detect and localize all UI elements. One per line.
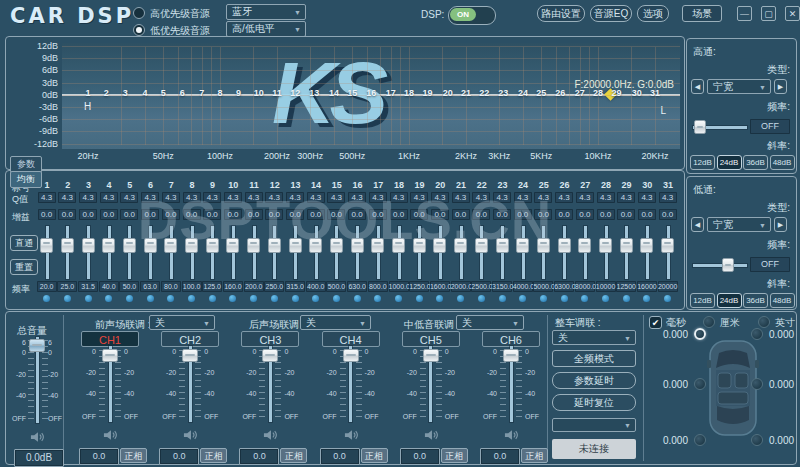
channel-phase-button[interactable]: 正相 [120, 448, 147, 463]
highpass-freq-slider-handle[interactable] [694, 120, 706, 134]
band-fader-handle[interactable] [433, 238, 446, 253]
group-link-select[interactable]: 关▼ [300, 315, 371, 330]
channel-phase-button[interactable]: 正相 [521, 448, 548, 463]
vehicle-link-select[interactable]: 关▼ [552, 330, 636, 345]
band-gain-value[interactable]: 0.0 [307, 209, 325, 220]
band-gain-value[interactable]: 0.0 [203, 209, 221, 220]
band-gain-value[interactable]: 0.0 [58, 209, 76, 220]
band-gain-value[interactable]: 0.0 [327, 209, 345, 220]
eq-band-point[interactable]: 11 [268, 88, 286, 98]
band-fader-handle[interactable] [123, 238, 136, 253]
lowpass-type-select[interactable]: 宁宽▼ [707, 217, 771, 232]
eq-curve-plot[interactable]: KS F:20000.0Hz. G:0.0dB H L 123456789101… [62, 43, 680, 149]
eq-band-point[interactable]: 16 [362, 88, 380, 98]
band-fader-handle[interactable] [558, 238, 571, 253]
band-q-value[interactable]: 4.3 [659, 192, 677, 203]
channel-select-ch5[interactable]: CH5 [402, 331, 460, 347]
eq-band-point[interactable]: 10 [250, 88, 268, 98]
high-source-radio[interactable] [133, 7, 145, 19]
mute-speaker-icon[interactable] [344, 427, 359, 439]
lowpass-freq-slider-handle[interactable] [722, 258, 734, 272]
master-fader-handle[interactable] [29, 339, 45, 352]
channel-select-ch1[interactable]: CH1 [81, 331, 139, 347]
band-fader-handle[interactable] [164, 238, 177, 253]
band-fader-handle[interactable] [413, 238, 426, 253]
channel-delay-value[interactable]: 0.0 [79, 448, 119, 465]
band-gain-value[interactable]: 0.0 [576, 209, 594, 220]
eq-band-point[interactable]: 28 [589, 88, 607, 98]
mute-speaker-icon[interactable] [183, 427, 198, 439]
channel-fader-handle[interactable] [102, 349, 118, 362]
mute-speaker-icon[interactable] [263, 427, 278, 439]
band-gain-value[interactable]: 0.0 [514, 209, 532, 220]
eq-band-point[interactable]: 30 [628, 88, 646, 98]
eq-band-point[interactable]: 24 [514, 88, 532, 98]
eq-band-point[interactable]: 29 [607, 88, 625, 98]
band-q-value[interactable]: 4.3 [224, 192, 242, 203]
channel-select-ch4[interactable]: CH4 [322, 331, 380, 347]
band-fader-handle[interactable] [371, 238, 384, 253]
highpass-slope-48dB-button[interactable]: 48dB [770, 155, 795, 170]
band-gain-value[interactable]: 0.0 [141, 209, 159, 220]
band-gain-value[interactable]: 0.0 [534, 209, 552, 220]
band-fader-handle[interactable] [392, 238, 405, 253]
routing-settings-button[interactable]: 路由设置 [537, 5, 585, 22]
eq-band-point[interactable]: 21 [457, 88, 475, 98]
channel-delay-value[interactable]: 0.0 [400, 448, 440, 465]
band-gain-value[interactable]: 0.0 [555, 209, 573, 220]
band-q-value[interactable]: 4.3 [493, 192, 511, 203]
band-q-value[interactable]: 4.3 [141, 192, 159, 203]
bypass-button[interactable]: 直通 [10, 235, 38, 251]
band-q-value[interactable]: 4.3 [555, 192, 573, 203]
band-q-value[interactable]: 4.3 [183, 192, 201, 203]
eq-band-point[interactable]: 1 [79, 88, 97, 98]
band-q-value[interactable]: 4.3 [514, 192, 532, 203]
band-fader-handle[interactable] [206, 238, 219, 253]
lowpass-type-prev-icon[interactable]: ◀ [691, 217, 704, 232]
unit-radio[interactable] [703, 316, 715, 328]
band-gain-value[interactable]: 0.0 [390, 209, 408, 220]
band-fader-handle[interactable] [537, 238, 550, 253]
band-fader-handle[interactable] [475, 238, 488, 253]
full-range-mode-button[interactable]: 全频模式 [552, 350, 636, 367]
highpass-type-prev-icon[interactable]: ◀ [691, 79, 704, 94]
band-fader-handle[interactable] [82, 238, 95, 253]
eq-band-point[interactable]: 3 [116, 88, 134, 98]
band-gain-value[interactable]: 0.0 [617, 209, 635, 220]
highpass-type-next-icon[interactable]: ▶ [774, 79, 787, 94]
eq-band-point[interactable]: 17 [382, 88, 400, 98]
band-gain-value[interactable]: 0.0 [286, 209, 304, 220]
delay-radio-rear-left[interactable] [694, 434, 706, 446]
lowpass-slope-24dB-button[interactable]: 24dB [717, 293, 742, 308]
delay-radio-middle-left[interactable] [694, 378, 706, 390]
band-fader-handle[interactable] [185, 238, 198, 253]
scene-button[interactable]: 场景 [682, 5, 722, 22]
band-gain-value[interactable]: 0.0 [265, 209, 283, 220]
eq-band-point[interactable]: 23 [494, 88, 512, 98]
band-fader-handle[interactable] [247, 238, 260, 253]
group-link-select[interactable]: 关▼ [456, 315, 524, 330]
eq-band-point[interactable]: 12 [286, 88, 304, 98]
lowpass-slope-36dB-button[interactable]: 36dB [743, 293, 768, 308]
mute-speaker-icon[interactable] [504, 427, 519, 439]
band-gain-value[interactable]: 0.0 [493, 209, 511, 220]
highpass-slope-12dB-button[interactable]: 12dB [690, 155, 715, 170]
eq-band-point[interactable]: 26 [551, 88, 569, 98]
eq-band-point[interactable]: 20 [439, 88, 457, 98]
band-fader-handle[interactable] [144, 238, 157, 253]
band-gain-value[interactable]: 0.0 [431, 209, 449, 220]
band-fader-handle[interactable] [289, 238, 302, 253]
channel-select-ch6[interactable]: CH6 [482, 331, 540, 347]
tab-equalizer[interactable]: 均衡 [10, 171, 42, 188]
eq-band-point[interactable]: 4 [136, 88, 154, 98]
channel-delay-value[interactable]: 0.0 [159, 448, 199, 465]
band-fader-handle[interactable] [309, 238, 322, 253]
band-q-value[interactable]: 4.3 [120, 192, 138, 203]
unit-radio[interactable] [758, 316, 770, 328]
band-gain-value[interactable]: 0.0 [452, 209, 470, 220]
band-fader-handle[interactable] [496, 238, 509, 253]
connect-status-button[interactable]: 未连接 [552, 439, 636, 459]
channel-phase-button[interactable]: 正相 [361, 448, 388, 463]
band-fader-handle[interactable] [226, 238, 239, 253]
channel-fader-handle[interactable] [182, 349, 198, 362]
